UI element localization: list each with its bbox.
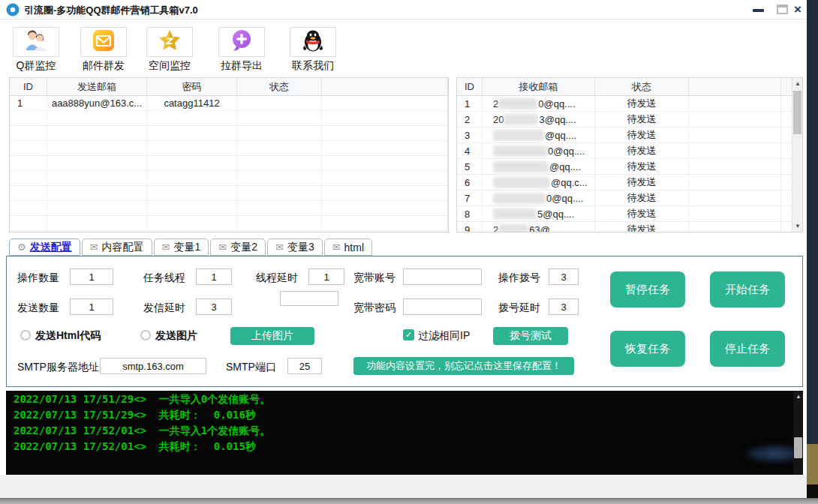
operation-count-input[interactable] [70,268,113,285]
table-row[interactable]: 85@qq....待发送 [457,206,802,222]
log-console: 2022/07/13 17/51/29<> 一共导入0个发信账号。2022/07… [6,391,803,475]
send-html-radio[interactable] [20,330,31,340]
table-row[interactable] [10,111,448,126]
table-row[interactable]: 5@qq....待发送 [457,159,802,175]
scrollbar-thumb[interactable] [794,437,802,458]
app-logo-icon [6,3,20,16]
smtp-server-label: SMTP服务器地址 [17,361,99,374]
toolbar-item-5[interactable]: 联系我们 [288,27,338,73]
table-row[interactable] [10,171,448,186]
scroll-up-icon[interactable]: ▲ [792,78,803,89]
scrollbar-thumb[interactable] [793,91,801,134]
tab-4[interactable]: ✉变量2 [210,238,266,256]
send-image-radio-label: 发送图片 [155,329,197,343]
table-row[interactable]: 120@qq....待发送 [457,96,802,112]
table-row[interactable] [10,126,448,141]
redacted-email-blur [493,208,537,220]
broadband-account-input[interactable] [403,268,482,285]
table-row[interactable]: 40@qq....待发送 [457,143,802,159]
smtp-server-input[interactable] [100,358,206,374]
minimize-button[interactable] [747,0,769,20]
table-row[interactable]: 2203@qq....待发送 [457,112,802,128]
status-cell: 待发送 [595,128,689,142]
broadband-password-input[interactable] [403,298,482,315]
start-task-button[interactable]: 开始任务 [710,272,785,308]
table-row[interactable] [10,141,448,156]
table-row[interactable]: 9263@...待发送 [457,222,802,232]
filter-same-ip-label: 过滤相同IP [418,329,470,343]
spare-input[interactable] [280,291,338,306]
table-header: ID发送邮箱密码状态 [10,78,448,96]
close-icon: × [786,0,809,20]
qq-group-monitor-icon [24,28,48,56]
dial-delay-input[interactable] [549,298,579,315]
toolbar-item-1[interactable]: Q群监控 [11,27,61,73]
scroll-up-icon[interactable]: ▲ [793,391,803,402]
resume-task-button[interactable]: 恢复任务 [610,331,685,367]
desktop-background [807,0,818,504]
operation-dial-label: 操作拨号 [498,272,540,285]
table-row[interactable]: 1aaa888yun@163.c...catagg11412 [10,96,448,111]
redacted-email-blur [493,146,547,157]
send-html-radio-label: 发送Html代码 [35,329,101,343]
app-window: 引流圈-多功能QQ群邮件营销工具箱v7.0 × Q群监控邮件群发空间监控拉群导出… [0,0,807,497]
operation-dial-input[interactable] [549,268,579,285]
send-delay-input[interactable] [196,298,232,315]
task-threads-input[interactable] [196,268,232,285]
table-row[interactable] [10,186,448,201]
title-bar: 引流圈-多功能QQ群邮件营销工具箱v7.0 × [0,0,807,20]
window-title: 引流圈-多功能QQ群邮件营销工具箱v7.0 [24,4,198,17]
thread-delay-input[interactable] [308,268,344,285]
toolbar-item-4[interactable]: 拉群导出 [217,27,266,73]
qq-penguin-icon [301,28,325,56]
pause-task-button[interactable]: 暂停任务 [610,272,685,308]
table-row[interactable]: 6@qq.c...待发送 [457,175,802,190]
status-cell: 待发送 [595,190,689,206]
smtp-port-input[interactable] [287,358,322,374]
table-row[interactable] [10,216,448,231]
table-row[interactable]: 3@qq....待发送 [457,128,802,143]
table-row[interactable] [10,231,448,232]
upload-image-button[interactable]: 上传图片 [230,327,314,345]
tab-3[interactable]: ✉变量1 [154,238,209,256]
mail-icon: ✉ [162,242,170,253]
status-cell: 待发送 [595,222,689,232]
taskbar [0,498,818,504]
send-image-radio[interactable] [140,330,151,340]
window-bottom-frame [0,475,807,497]
stop-task-button[interactable]: 停止任务 [710,331,785,367]
table-row[interactable] [10,201,448,216]
config-tabs: ⚙发送配置✉内容配置✉变量1✉变量2✉变量3✉html [9,238,374,256]
mail-icon: ✉ [275,242,284,253]
send-count-input[interactable] [70,298,113,315]
table-row[interactable] [10,156,448,171]
table-header: ID接收邮箱状态 [457,78,802,96]
tab-6[interactable]: ✉html [324,238,372,256]
save-config-button[interactable]: 功能内容设置完，别忘记点击这里保存配置！ [353,357,574,375]
close-button[interactable]: × [786,0,809,20]
sender-accounts-table: ID发送邮箱密码状态1aaa888yun@163.c...catagg11412 [9,77,449,232]
minimize-icon [753,9,764,12]
tab-5[interactable]: ✉变量3 [267,238,323,256]
table-row[interactable]: 70@qq....待发送 [457,190,802,206]
tab-2[interactable]: ✉内容配置 [82,238,152,256]
receiver-emails-table: ID接收邮箱状态 120@qq....待发送2203@qq....待发送3@qq… [456,77,803,232]
dial-test-button[interactable]: 拨号测试 [493,327,568,345]
toolbar-item-2[interactable]: 邮件群发 [79,27,128,73]
filter-same-ip-checkbox[interactable]: ✓ [403,329,414,340]
status-cell: 待发送 [595,96,689,111]
scroll-down-icon[interactable]: ▼ [792,220,803,232]
receiver-table-scrollbar[interactable]: ▲ ▼ [792,78,802,232]
tab-1[interactable]: ⚙发送配置 [9,238,80,256]
task-threads-label: 任务线程 [143,272,185,285]
redacted-email-blur [498,224,528,233]
operation-count-label: 操作数量 [17,272,59,285]
send-config-panel: 操作数量 任务线程 线程延时 宽带账号 操作拨号 发送数量 发信延时 宽带密码 … [6,256,803,387]
status-cell: 待发送 [595,143,689,158]
log-scrollbar[interactable]: ▲ [793,391,803,475]
redacted-email-blur [493,193,546,204]
send-delay-label: 发信延时 [143,302,185,315]
toolbar-item-3[interactable]: 空间监控 [145,27,194,73]
smtp-port-label: SMTP端口 [226,361,276,374]
log-line: 2022/07/13 17/52/01<> 一共导入1个发信账号。 [14,424,803,438]
